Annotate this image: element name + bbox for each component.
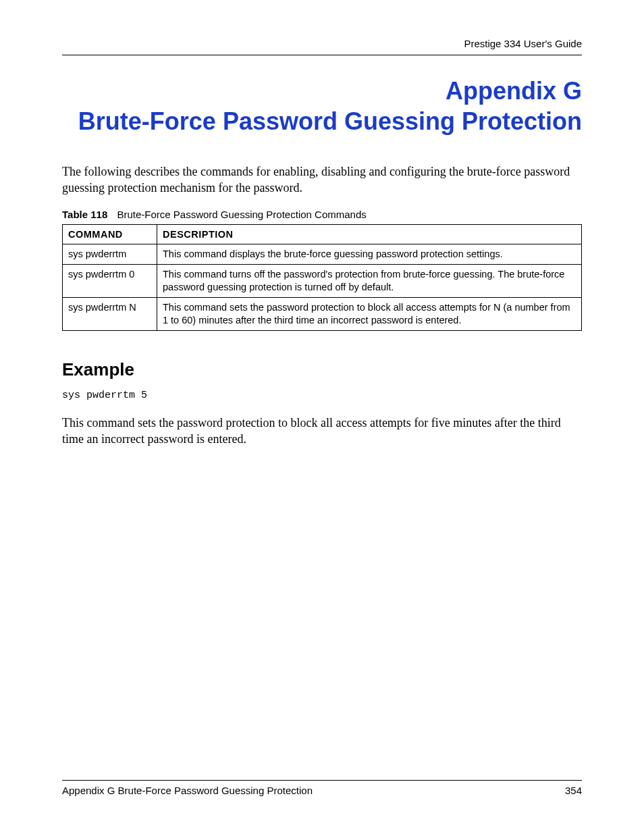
table-header-description: DESCRIPTION [157,224,582,244]
example-code: sys pwderrtm 5 [62,390,582,401]
running-header: Prestige 334 User's Guide [62,38,582,49]
header-rule [62,55,582,55]
example-explanation: This command sets the password protectio… [62,415,582,448]
commands-table: COMMAND DESCRIPTION sys pwderrtm This co… [62,224,582,331]
table-row: sys pwderrtm N This command sets the pas… [63,297,582,330]
table-caption-label: Table 118 [62,209,107,220]
intro-paragraph: The following describes the commands for… [62,163,582,197]
table-header-row: COMMAND DESCRIPTION [63,224,582,244]
footer-rule [62,780,582,781]
table-row: sys pwderrtm This command displays the b… [63,244,582,265]
table-row: sys pwderrtm 0 This command turns off th… [63,265,582,298]
cell-description: This command displays the brute-force gu… [157,244,582,265]
cell-command: sys pwderrtm N [63,297,157,330]
table-header-command: COMMAND [63,224,157,244]
appendix-title-line2: Brute-Force Password Guessing Protection [78,107,582,135]
cell-command: sys pwderrtm [63,244,157,265]
footer-page-number: 354 [565,785,582,796]
footer-left-text: Appendix G Brute-Force Password Guessing… [62,785,313,796]
appendix-title: Appendix G Brute-Force Password Guessing… [62,76,582,136]
cell-description: This command turns off the password's pr… [157,265,582,298]
table-caption-text: Brute-Force Password Guessing Protection… [117,209,366,220]
page-footer: Appendix G Brute-Force Password Guessing… [62,780,582,796]
example-heading: Example [62,359,582,380]
document-page: Prestige 334 User's Guide Appendix G Bru… [0,0,644,834]
cell-command: sys pwderrtm 0 [63,265,157,298]
cell-description: This command sets the password protectio… [157,297,582,330]
table-caption: Table 118 Brute-Force Password Guessing … [62,209,582,220]
appendix-title-line1: Appendix G [446,77,582,105]
